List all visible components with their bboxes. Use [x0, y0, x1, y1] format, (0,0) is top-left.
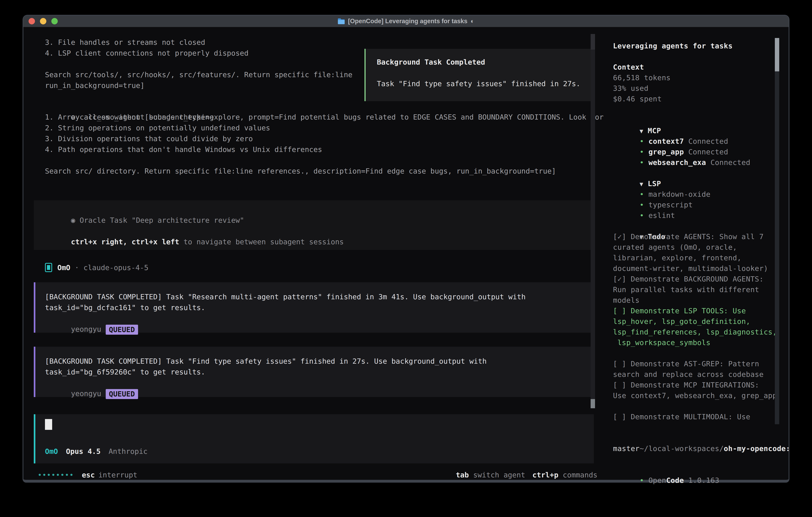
todo-done-line: [✓] Demonstrate AGENTS: Show all 7: [613, 231, 779, 242]
blank-line: [377, 67, 594, 78]
version-number: 1.0.163: [688, 476, 719, 484]
tool-call-item: 2. String operations on potentially unde…: [45, 123, 604, 133]
context-spent: $0.46 spent: [613, 93, 779, 104]
oracle-task-box: ◉ Oracle Task "Deep architecture review"…: [34, 200, 590, 250]
todo-done-line: [✓] Demonstrate BACKGROUND AGENTS:: [613, 274, 779, 284]
prompt-input[interactable]: OmO Opus 4.5 Anthropic: [34, 414, 594, 463]
keybind-hint-label: to navigate between subagent sessions: [179, 238, 344, 246]
notification-body: Task "Find type safety issues" finished …: [377, 78, 594, 89]
esc-key-label: esc: [82, 471, 95, 479]
message-author: yeongyu: [71, 325, 101, 333]
input-provider-label: Anthropic: [109, 447, 147, 456]
titlebar: [OpenCode] Leveraging agents for tasks ◐: [23, 16, 789, 27]
ctrlp-action-label: commands: [563, 471, 598, 479]
ctrlp-key-label: ctrl+p: [532, 471, 558, 479]
tool-call-item: 4. Path operations that don't handle Win…: [45, 144, 604, 155]
message-line: task_id="bg_6f59260c" to get results.: [45, 366, 590, 377]
scrollback-block: 3. File handles or streams not closed 4.…: [45, 37, 352, 91]
status-badge: QUEUED: [106, 389, 138, 399]
mcp-item-status: Connected: [710, 158, 751, 166]
todo-active-line: lsp_find_references, lsp_diagnostics,: [613, 327, 779, 337]
main-scrollbar-track[interactable]: [590, 34, 595, 408]
mcp-item-name: context7: [648, 137, 684, 145]
tool-call-tail: Search src/ directory. Return specific f…: [45, 166, 604, 176]
lsp-section-header[interactable]: ▼ LSP: [613, 168, 779, 178]
bullet-icon: •: [640, 158, 644, 166]
todo-done-line: models: [613, 295, 779, 305]
message-line: [BACKGROUND TASK COMPLETED] Task "Resear…: [45, 292, 590, 302]
bullet-icon: •: [640, 211, 644, 219]
todo-done-line: librarian, explore, frontend,: [613, 252, 779, 263]
notification-toast: Background Task Completed Task "Find typ…: [365, 49, 595, 101]
tool-call-block: ⚙ call_omo_agent [subagent_type=explore,…: [45, 101, 604, 176]
bullet-icon: •: [640, 201, 644, 209]
blank-line: [613, 422, 779, 433]
notification-title: Background Task Completed: [377, 57, 594, 67]
mcp-item-name: grep_app: [648, 148, 684, 156]
blank-line: [613, 401, 779, 411]
bullet-icon: •: [640, 190, 644, 198]
todo-section-header[interactable]: ▼ Todo: [613, 221, 779, 231]
esc-action-label: interrupt: [98, 471, 137, 479]
oracle-task-label: Oracle Task "Deep architecture review": [80, 216, 244, 224]
workspace-path-name: oh-my-opencode:: [724, 444, 790, 453]
scrollback-line: run_in_background=true]: [45, 80, 352, 91]
context-header: Context: [613, 62, 779, 72]
keybind-hint: ctrl+x right, ctrl+x left: [71, 238, 179, 246]
window-title: [OpenCode] Leveraging agents for tasks: [348, 18, 467, 25]
scrollback-line: 4. LSP client connections not properly d…: [45, 48, 352, 59]
sidebar: Leveraging agents for tasks Context 66,5…: [613, 40, 779, 475]
lsp-item-name: markdown-oxide: [648, 190, 710, 198]
todo-pending-line: [ ] Demonstrate MCP INTEGRATIONS:: [613, 380, 779, 390]
sidebar-scrollbar-track[interactable]: [775, 38, 779, 424]
chevron-down-icon: ▼: [640, 181, 643, 188]
agent-icon: [45, 263, 52, 272]
mcp-header-label: MCP: [648, 127, 661, 135]
main-scrollbar-thumb[interactable]: [590, 399, 595, 408]
lsp-item-name: eslint: [648, 211, 675, 219]
mcp-section-header[interactable]: ▼ MCP: [613, 115, 779, 125]
blank-line: [45, 155, 604, 166]
todo-active-line: lsp_workspace_symbols: [613, 337, 779, 348]
input-model-label: Opus 4.5: [66, 447, 100, 456]
app-window: [OpenCode] Leveraging agents for tasks ◐…: [23, 15, 789, 483]
status-badge: QUEUED: [106, 325, 138, 335]
blank-line: [613, 348, 779, 358]
brand-code: Code: [666, 476, 684, 484]
todo-done-line: document-writer, multimodal-looker): [613, 263, 779, 274]
agent-header-row: OmO · claude-opus-4-5: [45, 262, 148, 273]
message-author: yeongyu: [71, 389, 101, 398]
todo-active-line: [ ] Demonstrate LSP TOOLS: Use: [613, 305, 779, 316]
agent-name: OmO: [57, 264, 70, 272]
workspace-path: ~/local-workspaces/oh-my-opencode:: [613, 433, 779, 443]
mcp-item-name: websearch_exa: [648, 158, 706, 166]
todo-pending-line: [ ] Demonstrate MULTIMODAL: Use: [613, 411, 779, 422]
todo-pending-line: [ ] Demonstrate AST-GREP: Pattern: [613, 358, 779, 369]
bullet-icon: •: [640, 476, 644, 484]
session-title: Leveraging agents for tasks: [613, 40, 779, 51]
sidebar-scrollbar-thumb[interactable]: [775, 38, 779, 71]
message-line: [BACKGROUND TASK COMPLETED] Task "Find t…: [45, 356, 590, 366]
todo-pending-line: Use context7, websearch_exa, grep_app: [613, 390, 779, 401]
background-task-message: [BACKGROUND TASK COMPLETED] Task "Find t…: [34, 347, 590, 397]
blank-line: [613, 51, 779, 62]
window-title-wrap: [OpenCode] Leveraging agents for tasks ◐: [23, 16, 789, 27]
agent-model: claude-opus-4-5: [84, 264, 148, 272]
half-moon-icon: ◐: [471, 18, 474, 25]
text-cursor: [45, 419, 52, 430]
brand-open: Open: [648, 476, 666, 484]
todo-pending-line: search and replace across codebase: [613, 369, 779, 380]
mcp-item-status: Connected: [688, 148, 728, 156]
mcp-item-status: Connected: [688, 137, 728, 145]
separator-dot: ·: [75, 264, 79, 272]
context-tokens: 66,518 tokens: [613, 72, 779, 83]
bullet-icon: •: [640, 137, 644, 145]
blank-line: [613, 454, 779, 464]
main-scrollbar-top-segment[interactable]: [590, 34, 595, 50]
tool-call-item: 3. Division operations that could divide…: [45, 133, 604, 144]
input-agent-label: OmO: [45, 447, 58, 456]
folder-icon: [338, 18, 345, 24]
message-line: task_id="bg_dcfac161" to get results.: [45, 302, 590, 313]
tab-key-label: tab: [456, 471, 469, 479]
todo-done-line: Run parallel tasks with different: [613, 284, 779, 295]
